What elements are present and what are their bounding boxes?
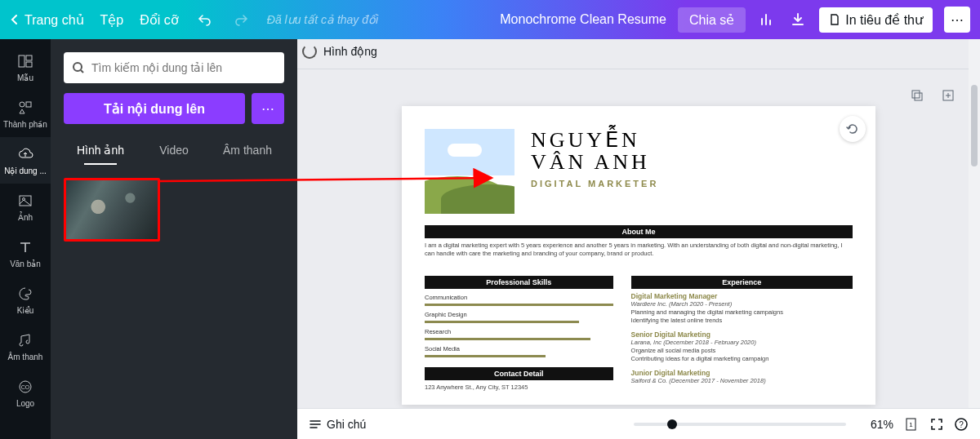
templates-icon [16, 52, 34, 70]
resume-name-line2: VÂN ANH [531, 151, 658, 173]
skill-bar [425, 338, 590, 340]
page-refresh-button[interactable] [840, 116, 866, 142]
section-about[interactable]: About Me [425, 225, 853, 238]
upload-thumbnail[interactable] [64, 178, 160, 242]
rail-audio[interactable]: Âm thanh [0, 323, 51, 370]
dots-icon: ⋯ [951, 12, 964, 28]
animate-button[interactable]: Hình động [302, 44, 377, 59]
help-button[interactable]: ? [954, 417, 969, 432]
rail-label: Văn bản [10, 259, 41, 268]
rail-uploads[interactable]: Nội dung ... [0, 137, 51, 184]
job-meta[interactable]: Salford & Co. (December 2017 - November … [631, 377, 853, 384]
upload-button[interactable]: Tải nội dung lên [64, 93, 245, 124]
resume-name-line1: NGUYỄN [531, 129, 658, 151]
image-icon [16, 192, 34, 210]
job-title[interactable]: Digital Marketing Manager [631, 292, 853, 300]
svg-rect-10 [912, 91, 920, 98]
rail-styles[interactable]: Kiểu [0, 277, 51, 323]
rail-label: Nội dung ... [4, 166, 47, 175]
add-page-button[interactable] [941, 88, 956, 103]
tab-videos[interactable]: Video [137, 135, 211, 165]
insights-button[interactable] [757, 10, 777, 29]
skill-label: Graphic Design [425, 311, 467, 318]
scrollbar-thumb[interactable] [971, 85, 978, 166]
section-experience[interactable]: Experience [631, 276, 853, 289]
home-label: Trang chủ [24, 12, 84, 28]
fullscreen-button[interactable] [929, 417, 944, 432]
notes-button[interactable]: Ghi chú [309, 418, 366, 431]
skill-bar [425, 304, 613, 306]
zoom-percent[interactable]: 61% [856, 418, 893, 431]
zoom-slider[interactable] [634, 423, 846, 426]
photo-placeholder[interactable] [425, 129, 514, 214]
bottom-bar: Ghi chú 61% 1 ? [297, 408, 980, 439]
more-button[interactable]: ⋯ [944, 7, 970, 33]
about-text[interactable]: I am a digital marketing expert with 5 y… [425, 242, 853, 258]
section-skills[interactable]: Professional Skills [425, 276, 613, 289]
home-button[interactable]: Trang chủ [10, 12, 84, 28]
animate-label: Hình động [323, 45, 377, 58]
notes-label: Ghi chú [327, 418, 366, 431]
job-title[interactable]: Junior Digital Marketing [631, 369, 853, 377]
resume-header-text[interactable]: NGUYỄN VÂN ANH DIGITAL MARKETER [531, 129, 658, 214]
job-title[interactable]: Senior Digital Marketing [631, 330, 853, 339]
skill-item[interactable]: Social Media [425, 345, 613, 357]
svg-rect-2 [26, 62, 32, 67]
upload-more-button[interactable]: ⋯ [252, 93, 284, 124]
download-button[interactable] [788, 10, 808, 29]
skill-item[interactable]: Graphic Design [425, 311, 613, 323]
text-icon [16, 238, 34, 256]
rail-logo[interactable]: CO Logo [0, 370, 51, 416]
notes-icon [309, 418, 322, 431]
page-count-button[interactable]: 1 [903, 416, 920, 432]
menu-resize[interactable]: Đổi cỡ [140, 12, 179, 28]
skill-item[interactable]: Communication [425, 294, 613, 306]
rail-elements[interactable]: Thành phần [0, 91, 51, 137]
svg-text:1: 1 [909, 421, 913, 428]
vertical-scrollbar[interactable] [969, 39, 980, 408]
share-button[interactable]: Chia sẻ [678, 7, 746, 33]
job-line[interactable]: Organize all social media posts [631, 347, 853, 354]
page-wrapper: NGUYỄN VÂN ANH DIGITAL MARKETER About Me… [402, 88, 875, 405]
search-uploads[interactable] [64, 52, 284, 83]
cloud-icon [448, 144, 482, 157]
top-bar-right: Monochrome Clean Resume Chia sẻ In tiêu … [500, 7, 970, 33]
job-line[interactable]: Planning and managing the digital market… [631, 308, 853, 316]
print-button[interactable]: In tiêu đề thư [819, 7, 933, 33]
document-title[interactable]: Monochrome Clean Resume [500, 12, 666, 27]
job-meta[interactable]: Larana, Inc (December 2018 - February 20… [631, 339, 853, 346]
svg-point-9 [74, 63, 82, 71]
slider-thumb[interactable] [667, 419, 677, 429]
job-meta[interactable]: Wardiere Inc. (March 2020 - Present) [631, 300, 853, 308]
rail-label: Âm thanh [8, 353, 43, 361]
left-rail: Mẫu Thành phần Nội dung ... Ảnh Văn bản … [0, 39, 51, 439]
duplicate-page-button[interactable] [910, 88, 924, 103]
palette-icon [16, 285, 34, 303]
undo-button[interactable] [195, 10, 215, 29]
tab-images[interactable]: Hình ảnh [64, 135, 137, 165]
section-contact[interactable]: Contact Detail [425, 367, 613, 380]
skill-item[interactable]: Research [425, 328, 613, 340]
tab-audio[interactable]: Âm thanh [211, 135, 284, 165]
rail-templates[interactable]: Mẫu [0, 44, 51, 91]
resume-page[interactable]: NGUYỄN VÂN ANH DIGITAL MARKETER About Me… [402, 106, 875, 405]
redo-button[interactable] [231, 10, 251, 29]
upload-tabs: Hình ảnh Video Âm thanh [64, 135, 284, 165]
svg-text:CO: CO [21, 384, 30, 390]
rail-label: Thành phần [3, 120, 47, 129]
canvas-area[interactable]: Hình động NGUYỄN VÂN ANH DIGITAL MARKETE… [297, 39, 980, 408]
contact-address[interactable]: 123 Anywhere St., Any City, ST 12345 [425, 384, 613, 392]
job-line[interactable]: Contributing ideas for a digital marketi… [631, 355, 853, 362]
skill-bar [425, 321, 579, 323]
logo-icon: CO [16, 378, 34, 396]
rail-text[interactable]: Văn bản [0, 230, 51, 277]
document-icon [829, 14, 840, 25]
rail-photos[interactable]: Ảnh [0, 184, 51, 230]
resume-role: DIGITAL MARKETER [531, 179, 658, 188]
animate-icon [302, 44, 317, 59]
job-line[interactable]: Identifying the latest online trends [631, 317, 853, 324]
menu-file[interactable]: Tệp [100, 12, 124, 28]
hill-shape [441, 184, 514, 214]
svg-rect-0 [19, 55, 24, 67]
search-input[interactable] [91, 61, 276, 74]
